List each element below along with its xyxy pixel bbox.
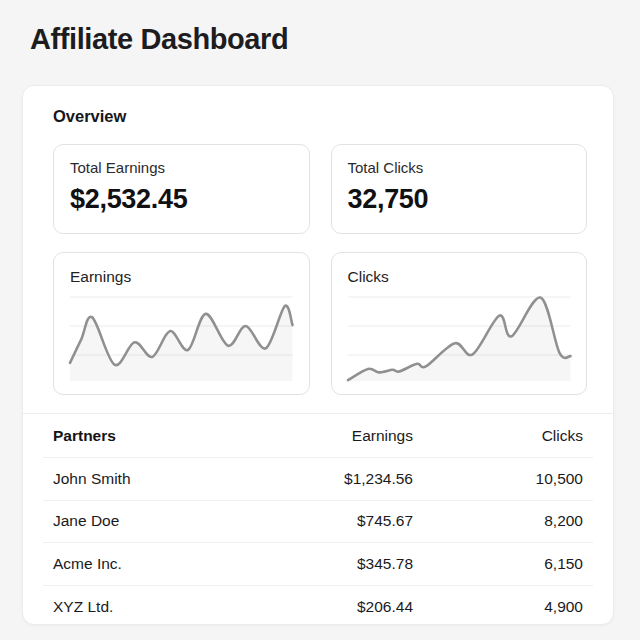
partner-earnings: $1,234.56 (273, 470, 413, 488)
clicks-chart-card: Clicks (331, 252, 588, 395)
stat-card-total-clicks: Total Clicks 32,750 (331, 144, 588, 234)
column-header-clicks: Clicks (413, 427, 583, 445)
table-header-row: Partners Earnings Clicks (43, 414, 593, 458)
partner-clicks: 4,900 (413, 598, 583, 616)
chart-title: Earnings (54, 253, 309, 287)
partner-earnings: $745.67 (273, 512, 413, 530)
chart-title: Clicks (332, 253, 587, 287)
partners-table: Partners Earnings Clicks John Smith $1,2… (23, 413, 613, 625)
stat-label: Total Earnings (70, 158, 293, 178)
partner-earnings: $345.78 (273, 555, 413, 573)
table-row: XYZ Ltd. $206.44 4,900 (43, 586, 593, 626)
page-title: Affiliate Dashboard (30, 22, 640, 56)
earnings-sparkline-chart (70, 295, 293, 381)
earnings-chart-card: Earnings (53, 252, 310, 395)
partner-clicks: 6,150 (413, 555, 583, 573)
table-row: Acme Inc. $345.78 6,150 (43, 543, 593, 586)
clicks-sparkline-chart (348, 295, 571, 381)
stat-value: $2,532.45 (70, 184, 293, 215)
stat-card-total-earnings: Total Earnings $2,532.45 (53, 144, 310, 234)
stat-value: 32,750 (348, 184, 571, 215)
partner-name: John Smith (53, 470, 273, 488)
stat-label: Total Clicks (348, 158, 571, 178)
partner-earnings: $206.44 (273, 598, 413, 616)
overview-card: Overview Total Earnings $2,532.45 Total … (22, 85, 614, 625)
overview-heading: Overview (23, 86, 613, 127)
table-row: John Smith $1,234.56 10,500 (43, 458, 593, 501)
partner-name: Jane Doe (53, 512, 273, 530)
partner-clicks: 10,500 (413, 470, 583, 488)
column-header-earnings: Earnings (273, 427, 413, 445)
column-header-partners: Partners (53, 427, 273, 445)
partner-name: XYZ Ltd. (53, 598, 273, 616)
charts-row: Earnings Clicks (53, 252, 587, 395)
stats-row: Total Earnings $2,532.45 Total Clicks 32… (53, 144, 587, 234)
partner-clicks: 8,200 (413, 512, 583, 530)
partner-name: Acme Inc. (53, 555, 273, 573)
table-row: Jane Doe $745.67 8,200 (43, 501, 593, 544)
